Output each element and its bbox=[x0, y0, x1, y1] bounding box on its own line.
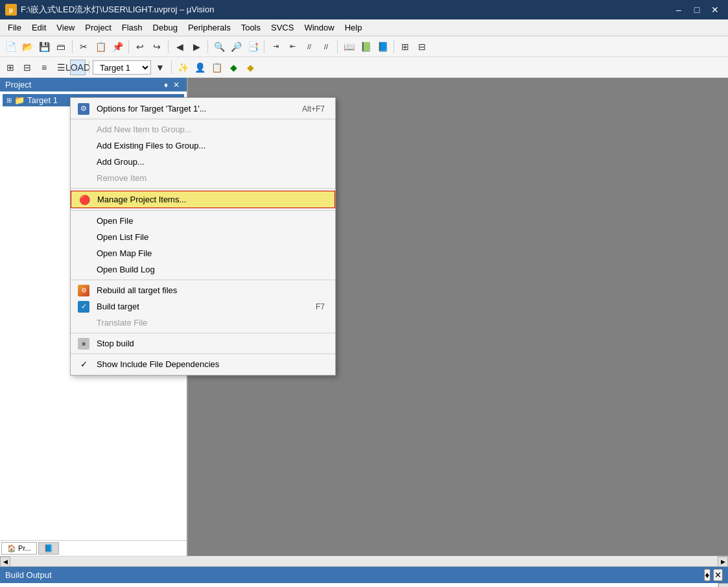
context-menu: ⚙ Options for Target 'Target 1'... Alt+F… bbox=[70, 97, 336, 376]
ctx-show-include[interactable]: ✓ Show Include File Dependencies bbox=[71, 356, 335, 372]
tb-paste[interactable]: 📌 bbox=[110, 39, 125, 54]
build-scroll-up[interactable]: ▲ bbox=[718, 583, 729, 587]
ctx-open-build-log-label: Open Build Log bbox=[97, 265, 155, 274]
menu-peripherals[interactable]: Peripherals bbox=[183, 21, 236, 34]
tb-redo[interactable]: ↪ bbox=[149, 39, 165, 54]
main-area: Project ♦ ✕ ⊞ 📁 Target 1 ⚙ Options for T… bbox=[0, 78, 728, 556]
build-output-pin[interactable]: ♦ bbox=[704, 569, 711, 581]
tb2-copy2[interactable]: 📋 bbox=[209, 60, 224, 75]
minimize-button[interactable]: – bbox=[671, 2, 687, 18]
project-panel: Project ♦ ✕ ⊞ 📁 Target 1 ⚙ Options for T… bbox=[0, 78, 188, 556]
toolbar1: 📄 📂 💾 🗃 ✂ 📋 📌 ↩ ↪ ◀ ▶ 🔍 🔎 📑 ⇥ ⇤ // // 📖 … bbox=[0, 36, 728, 57]
ctx-remove-item[interactable]: Remove Item bbox=[71, 170, 335, 186]
ctx-open-build-log[interactable]: Open Build Log bbox=[71, 261, 335, 278]
scroll-right-arrow[interactable]: ▶ bbox=[718, 557, 728, 567]
project-panel-title: Project bbox=[5, 80, 31, 90]
tb-find2[interactable]: 🔎 bbox=[228, 39, 244, 54]
ctx-options-target-label: Options for Target 'Target 1'... bbox=[97, 104, 206, 114]
tb2-load[interactable]: LOAD bbox=[70, 60, 86, 75]
menu-help[interactable]: Help bbox=[340, 21, 368, 34]
ctx-add-new-item[interactable]: Add New Item to Group... bbox=[71, 121, 335, 138]
tb2-person[interactable]: 👤 bbox=[192, 60, 207, 75]
title-controls[interactable]: – □ ✕ bbox=[671, 2, 723, 18]
maximize-button[interactable]: □ bbox=[689, 2, 705, 18]
ctx-show-include-label: Show Include File Dependencies bbox=[97, 359, 219, 369]
ctx-options-target[interactable]: ⚙ Options for Target 'Target 1'... Alt+F… bbox=[71, 101, 335, 117]
ctx-options-target-shortcut: Alt+F7 bbox=[283, 104, 325, 114]
ctx-translate-file[interactable]: Translate File bbox=[71, 315, 335, 331]
project-header-buttons[interactable]: ♦ ✕ bbox=[162, 80, 182, 90]
menu-view[interactable]: View bbox=[51, 21, 80, 34]
ctx-open-file[interactable]: Open File bbox=[71, 213, 335, 229]
tb-extra1[interactable]: ⊞ bbox=[397, 39, 413, 54]
close-button[interactable]: ✕ bbox=[707, 2, 723, 18]
target-selector[interactable]: Target 1 bbox=[93, 60, 151, 75]
tb-find3[interactable]: 📑 bbox=[245, 39, 261, 54]
window-title: F:\嵌入式\LED流水灯\USER\LIGHT.uvproj – µVisio… bbox=[21, 4, 214, 16]
options-target-icon: ⚙ bbox=[77, 102, 90, 115]
tb-book3[interactable]: 📘 bbox=[375, 39, 390, 54]
proj-tab-books[interactable]: 📘 bbox=[38, 542, 59, 555]
manage-red-icon: 🔴 bbox=[78, 194, 90, 206]
menu-svcs[interactable]: SVCS bbox=[266, 21, 299, 34]
menu-window[interactable]: Window bbox=[299, 21, 339, 34]
tb-copy[interactable]: 📋 bbox=[93, 39, 108, 54]
menu-debug[interactable]: Debug bbox=[148, 21, 183, 34]
ctx-build-target[interactable]: ✓ Build target F7 bbox=[71, 298, 335, 315]
title-bar: µ F:\嵌入式\LED流水灯\USER\LIGHT.uvproj – µVis… bbox=[0, 0, 728, 19]
tb2-dropdown[interactable]: ▼ bbox=[152, 60, 168, 75]
tb-uncomment[interactable]: // bbox=[318, 39, 334, 54]
h-scrollbar: ◀ ▶ bbox=[0, 556, 728, 566]
menu-flash[interactable]: Flash bbox=[117, 21, 148, 34]
build-output-close[interactable]: ✕ bbox=[713, 569, 723, 581]
tree-folder-icon: 📁 bbox=[14, 95, 25, 105]
tb-nav-fwd[interactable]: ▶ bbox=[189, 39, 204, 54]
tb-save[interactable]: 💾 bbox=[36, 39, 52, 54]
build-output-panel: Build Output ♦ ✕ ▲ ▼ bbox=[0, 566, 728, 587]
ctx-stop-build[interactable]: ■ Stop build bbox=[71, 335, 335, 352]
ctx-open-map-file[interactable]: Open Map File bbox=[71, 245, 335, 261]
ctx-open-list-file[interactable]: Open List File bbox=[71, 229, 335, 245]
project-bottom-tabs: 🏠 Pr... 📘 bbox=[0, 540, 187, 556]
tb2-view[interactable]: ⊞ bbox=[3, 60, 18, 75]
tb-save-all[interactable]: 🗃 bbox=[53, 39, 69, 54]
menu-tools[interactable]: Tools bbox=[236, 21, 266, 34]
h-scroll-track[interactable] bbox=[10, 557, 718, 566]
sep2 bbox=[128, 40, 129, 53]
tb-extra2[interactable]: ⊟ bbox=[414, 39, 430, 54]
tb2-layers[interactable]: ≡ bbox=[36, 60, 52, 75]
tb-new[interactable]: 📄 bbox=[3, 39, 18, 54]
tb-find[interactable]: 🔍 bbox=[211, 39, 227, 54]
project-pin-button[interactable]: ♦ bbox=[162, 80, 170, 90]
tb-cut[interactable]: ✂ bbox=[76, 39, 91, 54]
build-icon: ✓ bbox=[77, 300, 90, 313]
ctx-rebuild-all[interactable]: ⚙ Rebuild all target files bbox=[71, 282, 335, 298]
tb-book2[interactable]: 📗 bbox=[358, 39, 373, 54]
build-vertical-scrollbar: ▲ ▼ bbox=[718, 583, 728, 587]
menu-edit[interactable]: Edit bbox=[27, 21, 51, 34]
tb-outdent[interactable]: ⇤ bbox=[285, 39, 300, 54]
tb2-green[interactable]: ◆ bbox=[226, 60, 241, 75]
ctx-add-existing-files[interactable]: Add Existing Files to Group... bbox=[71, 138, 335, 154]
tb-nav-back[interactable]: ◀ bbox=[172, 39, 187, 54]
tb2-grid[interactable]: ⊟ bbox=[19, 60, 35, 75]
tb2-magic[interactable]: ✨ bbox=[175, 60, 191, 75]
ctx-add-group[interactable]: Add Group... bbox=[71, 154, 335, 170]
tb-open[interactable]: 📂 bbox=[19, 39, 35, 54]
tree-target-label: Target 1 bbox=[27, 95, 58, 105]
tb-comment[interactable]: // bbox=[301, 39, 317, 54]
gear-icon: ⚙ bbox=[78, 103, 89, 115]
menu-project[interactable]: Project bbox=[80, 21, 116, 34]
rebuild-icon: ⚙ bbox=[77, 284, 90, 297]
tb-indent[interactable]: ⇥ bbox=[268, 39, 283, 54]
ctx-manage-project-items[interactable]: 🔴 Manage Project Items... bbox=[71, 191, 335, 208]
tb2-yellow[interactable]: ◆ bbox=[242, 60, 258, 75]
menu-file[interactable]: File bbox=[3, 21, 27, 34]
tb-undo[interactable]: ↩ bbox=[132, 39, 148, 54]
proj-tab-project[interactable]: 🏠 Pr... bbox=[1, 542, 37, 555]
build-output-header-buttons[interactable]: ♦ ✕ bbox=[704, 569, 723, 581]
show-include-check: ✓ bbox=[77, 358, 90, 371]
tb-book1[interactable]: 📖 bbox=[341, 39, 357, 54]
scroll-left-arrow[interactable]: ◀ bbox=[0, 557, 10, 567]
project-close-button[interactable]: ✕ bbox=[171, 80, 182, 90]
